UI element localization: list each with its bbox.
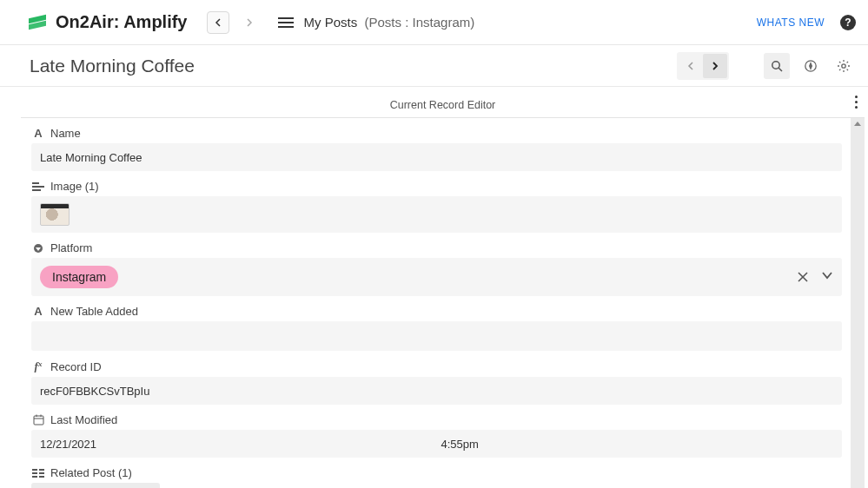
- breadcrumb-context: (Posts : Instagram): [365, 15, 475, 30]
- search-icon: [771, 60, 783, 72]
- svg-line-9: [847, 69, 848, 69]
- pager-prev-button[interactable]: [679, 54, 703, 78]
- formula-field-icon: fx: [31, 359, 45, 373]
- svg-rect-12: [32, 182, 39, 184]
- field-label-record-id: fx Record ID: [31, 359, 842, 373]
- svg-rect-26: [32, 476, 37, 478]
- field-related-post-label: Related Post (1): [50, 466, 132, 479]
- record-pager: [677, 52, 729, 80]
- new-table-input[interactable]: [31, 321, 842, 351]
- svg-line-1: [779, 68, 782, 71]
- chevron-down-icon: [821, 271, 833, 280]
- chevron-right-icon: [712, 62, 719, 70]
- field-last-modified: Last Modified 12/21/2021 4:55pm: [31, 413, 842, 458]
- clear-select-button[interactable]: [797, 271, 809, 283]
- field-label-related-post: Related Post (1): [31, 466, 842, 479]
- name-input[interactable]: Late Morning Coffee: [31, 143, 842, 171]
- field-record-id: fx Record ID recF0FBBKCSvTBpIu: [31, 359, 842, 405]
- menu-button[interactable]: [278, 17, 294, 28]
- editor-wrap: A Name Late Morning Coffee Image (1): [21, 118, 865, 488]
- app-logo-icon: [28, 15, 47, 30]
- record-title-bar: Late Morning Coffee: [0, 45, 868, 87]
- editor-menu-button[interactable]: [855, 96, 858, 109]
- editor-header: Current Record Editor: [21, 92, 865, 118]
- record-id-value: recF0FBBKCSvTBpIu: [40, 385, 149, 398]
- record-id-display: recF0FBBKCSvTBpIu: [31, 377, 842, 405]
- history-nav: [207, 11, 261, 34]
- field-label-name: A Name: [31, 127, 842, 140]
- svg-line-8: [839, 62, 840, 63]
- field-new-table: A New Table Added: [31, 305, 842, 351]
- field-related-post: Related Post (1) Cappuccino Day: [31, 466, 842, 488]
- svg-rect-18: [34, 416, 43, 425]
- datetime-field-icon: [31, 414, 45, 425]
- whats-new-link[interactable]: WHATS NEW: [757, 16, 825, 29]
- image-input[interactable]: [31, 196, 842, 233]
- chevron-left-icon: [215, 18, 222, 27]
- field-new-table-label: New Table Added: [50, 305, 138, 318]
- svg-line-10: [847, 62, 848, 63]
- field-image-label: Image (1): [50, 180, 99, 193]
- compass-icon: [804, 59, 818, 73]
- field-name: A Name Late Morning Coffee: [31, 127, 842, 171]
- svg-rect-27: [39, 476, 44, 478]
- logo-block: On2Air: Amplify: [28, 12, 188, 32]
- scroll-up-icon: [854, 122, 861, 126]
- breadcrumb-main: My Posts: [304, 15, 358, 30]
- nav-back-button[interactable]: [207, 11, 229, 34]
- platform-select[interactable]: Instagram: [31, 258, 842, 296]
- settings-button[interactable]: [832, 54, 856, 78]
- svg-line-11: [839, 69, 840, 69]
- nav-forward-button[interactable]: [238, 11, 261, 34]
- page-title: Late Morning Coffee: [30, 56, 195, 76]
- field-last-modified-label: Last Modified: [50, 413, 117, 426]
- field-record-id-label: Record ID: [50, 360, 102, 373]
- text-field-icon: A: [31, 305, 45, 318]
- related-post-pill[interactable]: Cappuccino Day: [31, 483, 160, 488]
- field-platform: Platform Instagram: [31, 241, 842, 296]
- field-name-label: Name: [50, 127, 81, 140]
- attachment-field-icon: [31, 181, 45, 192]
- field-label-image: Image (1): [31, 180, 842, 193]
- pager-next-button[interactable]: [703, 54, 727, 78]
- app-title: On2Air: Amplify: [56, 12, 188, 32]
- svg-point-0: [772, 61, 779, 68]
- editor-header-title: Current Record Editor: [390, 99, 496, 111]
- svg-rect-14: [32, 189, 41, 191]
- platform-tag[interactable]: Instagram: [40, 266, 118, 288]
- select-field-icon: [31, 243, 45, 254]
- gear-icon: [837, 59, 851, 73]
- target-button[interactable]: [798, 54, 823, 78]
- last-modified-display: 12/21/2021 4:55pm: [31, 430, 842, 458]
- scrollbar[interactable]: [851, 118, 865, 488]
- svg-rect-24: [32, 472, 37, 474]
- svg-rect-23: [39, 469, 44, 471]
- svg-rect-22: [32, 469, 37, 471]
- editor-body: A Name Late Morning Coffee Image (1): [21, 118, 851, 488]
- field-platform-label: Platform: [50, 241, 92, 254]
- open-select-button[interactable]: [821, 271, 833, 283]
- record-tools: [677, 52, 856, 80]
- name-value: Late Morning Coffee: [40, 151, 142, 164]
- close-icon: [797, 271, 809, 283]
- field-label-new-table: A New Table Added: [31, 305, 842, 318]
- field-image: Image (1): [31, 180, 842, 233]
- svg-rect-25: [39, 472, 44, 474]
- field-label-platform: Platform: [31, 241, 842, 254]
- text-field-icon: A: [31, 127, 45, 140]
- svg-rect-13: [32, 186, 44, 188]
- linked-field-icon: [31, 468, 45, 478]
- help-icon[interactable]: ?: [840, 15, 856, 30]
- breadcrumb[interactable]: My Posts (Posts : Instagram): [304, 15, 475, 30]
- chevron-right-icon: [246, 18, 253, 27]
- svg-point-3: [842, 63, 845, 67]
- last-modified-date: 12/21/2021: [31, 438, 441, 451]
- image-thumbnail[interactable]: [40, 203, 70, 226]
- search-button[interactable]: [764, 53, 790, 79]
- app-header: On2Air: Amplify My Posts (Posts : Instag…: [0, 0, 868, 45]
- field-label-last-modified: Last Modified: [31, 413, 842, 426]
- chevron-left-icon: [687, 62, 694, 70]
- last-modified-time: 4:55pm: [441, 438, 843, 451]
